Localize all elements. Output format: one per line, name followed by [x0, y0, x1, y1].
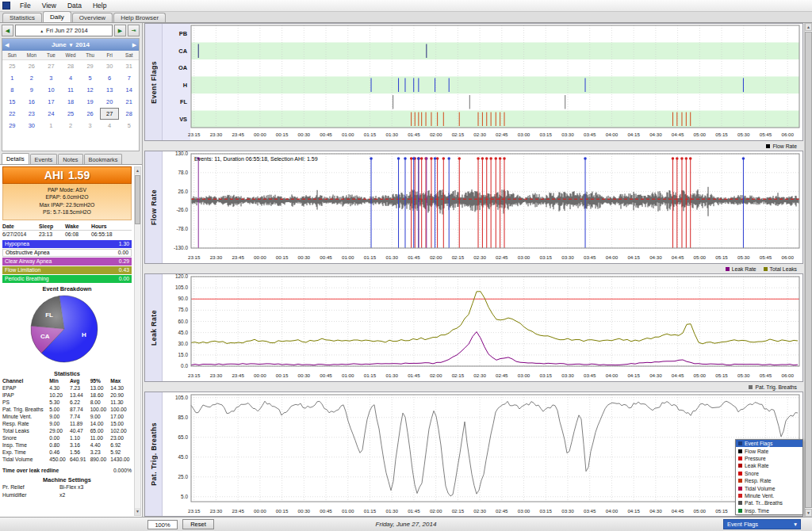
channel-option-tidal-volume[interactable]: Tidal Volume — [736, 484, 802, 491]
calendar-day[interactable]: 14 — [119, 84, 139, 96]
channel-dropdown[interactable]: Event Flags ▾ — [723, 519, 801, 529]
svg-text:01:15: 01:15 — [364, 132, 377, 137]
scroll-up-icon[interactable]: ▲ — [805, 23, 812, 31]
svg-text:06:00: 06:00 — [781, 254, 794, 260]
event-row-label: Flow Limitation — [5, 267, 119, 273]
channel-option-snore[interactable]: Snore — [736, 470, 802, 477]
calendar-day[interactable]: 28 — [61, 60, 81, 72]
calendar-day[interactable]: 7 — [119, 72, 139, 84]
svg-text:23:45: 23:45 — [232, 254, 244, 260]
channel-swatch — [738, 472, 742, 476]
details-scrollbar[interactable]: ▲ ▼ — [134, 166, 141, 516]
main-scrollbar[interactable]: ▲ ▼ — [804, 23, 812, 517]
stats-cell: EPAP — [2, 384, 49, 392]
menu-file[interactable]: File — [14, 1, 36, 10]
leak-rate-chart[interactable]: 120.0105.090.075.060.045.030.015.00.023:… — [163, 274, 802, 381]
scroll-down-icon[interactable]: ▼ — [135, 508, 140, 515]
calendar-day[interactable]: 30 — [22, 120, 42, 132]
calendar-day[interactable]: 20 — [100, 96, 120, 108]
calendar-day[interactable]: 12 — [80, 84, 100, 96]
details-scroll-thumb[interactable] — [135, 175, 140, 224]
channel-option-leak-rate[interactable]: Leak Rate — [736, 462, 802, 469]
event-flags-chart[interactable]: PBCAOAHFLVS23:1523:3023:4500:0000:1500:3… — [163, 24, 802, 140]
calendar-day[interactable]: 27 — [41, 60, 61, 72]
pap-mode-info: PAP Mode: ASVEPAP: 6.0cmH2OMax IPAP: 22.… — [2, 184, 132, 220]
sidebar-tab-bookmarks[interactable]: Bookmarks — [84, 154, 123, 164]
calendar-day[interactable]: 4 — [61, 72, 81, 84]
calendar-day[interactable]: 15 — [2, 96, 22, 108]
calendar-day[interactable]: 2 — [22, 72, 42, 84]
calendar-day[interactable]: 17 — [41, 96, 61, 108]
calendar-day[interactable]: 10 — [41, 84, 61, 96]
calendar-day[interactable]: 9 — [22, 84, 42, 96]
session-header-cell: Hours — [91, 223, 131, 230]
calendar-day[interactable]: 31 — [119, 60, 139, 72]
calendar-day[interactable]: 23 — [22, 108, 42, 120]
calendar-day[interactable]: 1 — [41, 120, 61, 132]
stats-cell: 102.00 — [110, 427, 132, 434]
channel-option-pat-tr-breaths[interactable]: Pat. Tr...Breaths — [736, 499, 802, 506]
calendar-day[interactable]: 11 — [61, 84, 81, 96]
calendar-day[interactable]: 21 — [119, 96, 139, 108]
calendar-day[interactable]: 24 — [41, 108, 61, 120]
calendar-day[interactable]: 28 — [119, 108, 139, 120]
calendar-prev-month-icon[interactable]: ◀ — [5, 42, 9, 48]
calendar-year[interactable]: 2014 — [75, 41, 90, 48]
calendar-day[interactable]: 30 — [100, 60, 120, 72]
calendar-day[interactable]: 5 — [119, 120, 139, 132]
menu-help[interactable]: Help — [87, 1, 112, 10]
pat-trig-breaths-chart[interactable]: 105.085.065.045.025.05.023:1523:3023:450… — [163, 392, 802, 516]
tab-overview[interactable]: Overview — [72, 13, 113, 22]
machine-setting-value: Bi-Flex x3 — [59, 483, 83, 491]
menu-data[interactable]: Data — [62, 1, 87, 10]
calendar-day[interactable]: 6 — [100, 72, 120, 84]
calendar-day[interactable]: 25 — [2, 60, 22, 72]
calendar-day[interactable]: 25 — [61, 108, 81, 120]
calendar-day[interactable]: 8 — [2, 84, 22, 96]
sidebar-tab-notes[interactable]: Notes — [58, 154, 82, 164]
scroll-down-icon[interactable]: ▼ — [805, 509, 812, 517]
channel-option-minute-vent-[interactable]: Minute Vent. — [736, 492, 802, 499]
calendar-day[interactable]: 22 — [2, 108, 22, 120]
calendar-day[interactable]: 2 — [61, 120, 81, 132]
menu-view[interactable]: View — [36, 1, 62, 10]
channel-option-flow-rate[interactable]: Flow Rate — [736, 447, 802, 454]
calendar-day[interactable]: 16 — [22, 96, 42, 108]
latest-day-button[interactable]: ⇥ — [128, 25, 140, 36]
previous-day-button[interactable]: ◀ — [2, 25, 13, 36]
calendar-day-selected[interactable]: 27 — [100, 108, 120, 120]
calendar-day[interactable]: 29 — [80, 60, 100, 72]
calendar-day[interactable]: 29 — [2, 120, 22, 132]
stats-cell: 640.91 — [70, 456, 90, 463]
calendar-next-month-icon[interactable]: ▶ — [132, 42, 136, 48]
calendar-day[interactable]: 1 — [2, 72, 22, 84]
calendar-day[interactable]: 3 — [80, 120, 100, 132]
tab-help-browser[interactable]: Help Browser — [113, 13, 166, 22]
svg-text:04:15: 04:15 — [627, 372, 640, 378]
next-day-button[interactable]: ▶ — [114, 25, 126, 36]
calendar-month[interactable]: June — [52, 41, 67, 48]
scroll-up-icon[interactable]: ▲ — [135, 167, 140, 174]
channel-option-label: Resp. Rate — [745, 478, 771, 483]
sidebar-tab-details[interactable]: Details — [2, 153, 29, 164]
main-scroll-thumb[interactable] — [805, 32, 812, 508]
flow-rate-chart[interactable]: 130.078.026.0-26.0-78.0-130.0Events: 11,… — [163, 151, 802, 263]
calendar-day[interactable]: 4 — [100, 120, 120, 132]
svg-text:26.0: 26.0 — [178, 189, 189, 194]
calendar-day[interactable]: 3 — [41, 72, 61, 84]
sidebar-tab-events[interactable]: Events — [30, 154, 58, 164]
tab-daily[interactable]: Daily — [43, 11, 71, 22]
channel-option-resp-rate[interactable]: Resp. Rate — [736, 477, 802, 484]
channel-option-insp-time[interactable]: Insp. Time — [736, 507, 802, 514]
calendar-day[interactable]: 18 — [61, 96, 81, 108]
date-combo[interactable]: ▲ Fri Jun 27 2014 — [15, 25, 113, 36]
calendar-day[interactable]: 26 — [22, 60, 42, 72]
calendar-day[interactable]: 26 — [80, 108, 100, 120]
svg-text:-130.0: -130.0 — [174, 245, 189, 250]
channel-option-event-flags[interactable]: Event Flags — [736, 440, 802, 447]
channel-option-pressure[interactable]: Pressure — [736, 455, 802, 462]
tab-statistics[interactable]: Statistics — [2, 13, 42, 22]
calendar-day[interactable]: 5 — [80, 72, 100, 84]
calendar-day[interactable]: 19 — [80, 96, 100, 108]
calendar-day[interactable]: 13 — [100, 84, 120, 96]
